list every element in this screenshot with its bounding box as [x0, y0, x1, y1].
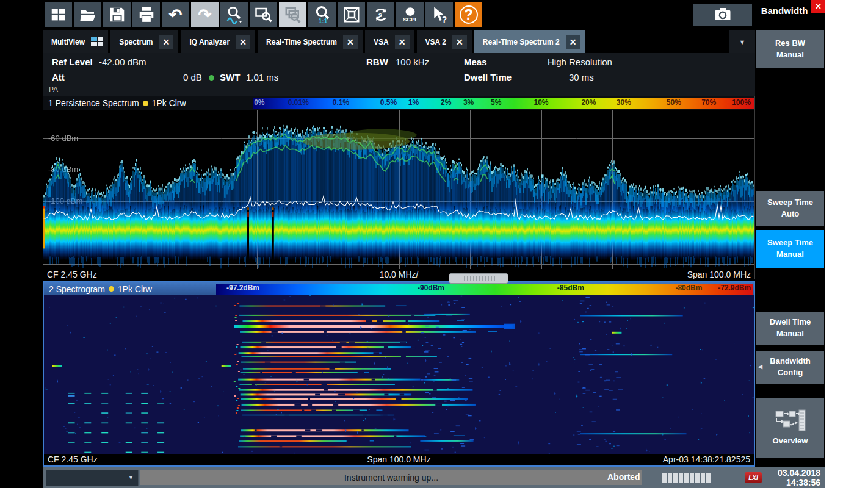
zoom-area-button[interactable] [250, 2, 277, 27]
continuous-sweep-button[interactable]: s [367, 2, 394, 27]
tab-vsa-2[interactable]: VSA 2✕ [417, 30, 472, 53]
spectrogram-window: 2 Spectrogram 1Pk Clrw -97.2dBm-90dBm-85… [43, 281, 755, 467]
progress-segment [695, 473, 700, 483]
softkey-label: Dwell Time Manual [770, 317, 811, 340]
spectrogram-span[interactable]: Span 100.0 MHz [367, 454, 430, 464]
progress-segment [668, 473, 672, 483]
scale-label: 10% [533, 98, 548, 107]
meas-value[interactable]: High Resolution [548, 57, 612, 67]
scale-label: -80dBm [675, 284, 702, 292]
persistence-cf[interactable]: CF 2.45 GHz [43, 270, 97, 279]
scale-label: -97.2dBm [226, 284, 259, 292]
open-file-icon [79, 5, 97, 24]
softkey-overview[interactable]: Overview [756, 398, 824, 458]
zoom-graph-icon [225, 5, 244, 24]
scale-label: 20% [581, 98, 596, 107]
spectrogram-cf[interactable]: CF 2.45 GHz [44, 454, 98, 464]
softkey-bandwidth-config[interactable]: ◀Bandwidth Config [756, 351, 824, 384]
softkey-label: Bandwidth Config [770, 356, 810, 379]
zoom-graph-button[interactable] [220, 2, 248, 27]
tab-close-button[interactable]: ✕ [159, 35, 173, 49]
analyzer-screen: ↶↷1:1sSCPI?? MultiViewSpectrum✕IQ Analyz… [0, 0, 868, 488]
progress-segment [684, 473, 689, 483]
spectrogram-color-scale: -97.2dBm-90dBm-85dBm-80dBm-72.9dBm [216, 284, 753, 295]
tab-close-button[interactable]: ✕ [236, 35, 250, 49]
persistence-color-scale: 0%0.01%0.1%0.5%1%2%3%5%10%20%30%50%70%10… [253, 98, 754, 109]
att-value[interactable]: 0 dB [183, 72, 202, 82]
close-menu-button[interactable]: ✕ [811, 0, 825, 13]
windows-button[interactable] [45, 2, 72, 27]
tab-close-button[interactable]: ✕ [566, 35, 580, 49]
spectrogram-window-footer: CF 2.45 GHz Span 100.0 MHz Apr-03 14:38:… [44, 454, 754, 465]
tab-real-time-spectrum[interactable]: Real-Time Spectrum✕ [258, 30, 363, 53]
screenshot-button[interactable] [693, 4, 752, 26]
help-button[interactable]: ? [455, 2, 482, 27]
scale-label: -85dBm [557, 284, 584, 292]
display-frame-button[interactable] [338, 2, 365, 27]
open-file-button[interactable] [74, 2, 101, 27]
scale-label: -72.9dBm [718, 284, 751, 292]
persistence-window-header[interactable]: 1 Persistence Spectrum 1Pk Clrw 0%0.01%0… [43, 96, 754, 110]
tab-close-button[interactable]: ✕ [395, 35, 410, 49]
pointer-help-button[interactable]: ? [425, 2, 453, 27]
tab-close-button[interactable]: ✕ [343, 35, 358, 49]
toolbar: ↶↷1:1sSCPI?? [45, 2, 482, 29]
rbw-value[interactable]: 100 kHz [396, 57, 429, 67]
zoom-one-to-one-button[interactable]: 1:1 [308, 2, 336, 27]
progress-bar [662, 473, 711, 483]
dwell-time-label: Dwell Time [464, 72, 512, 82]
svg-text:?: ? [441, 15, 446, 24]
tab-close-button[interactable]: ✕ [452, 35, 467, 49]
softkey-label: Sweep Time Auto [767, 197, 813, 220]
print-button[interactable] [132, 2, 160, 27]
softkey-res-bw-manual[interactable]: Res BW Manual [756, 30, 824, 68]
sweep-state-label: Aborted [607, 472, 640, 482]
softkey-label: Overview [773, 436, 808, 447]
softkey-dwell-time-manual[interactable]: Dwell Time Manual [756, 312, 824, 345]
tab-label: Real-Time Spectrum 2 [483, 38, 560, 46]
softkey-label: Sweep Time Manual [767, 237, 813, 260]
svg-text:1:1: 1:1 [318, 18, 327, 24]
scale-label: -90dBm [418, 284, 444, 292]
scpi-button[interactable]: SCPI [396, 2, 424, 27]
softkey-sweep-time-manual[interactable]: Sweep Time Manual [756, 230, 824, 268]
tab-label: VSA [374, 38, 389, 46]
tab-list-dropdown[interactable]: ▼ [729, 30, 755, 53]
date-value: 03.04.2018 [778, 468, 820, 478]
zoom-one-to-one-icon: 1:1 [313, 5, 331, 24]
swt-status-dot [209, 75, 214, 81]
tab-vsa[interactable]: VSA✕ [365, 30, 414, 53]
spectrogram-window-header[interactable]: 2 Spectrogram 1Pk Clrw -97.2dBm-90dBm-85… [44, 282, 754, 295]
windows-icon [49, 5, 68, 24]
persistence-spectrum-plot[interactable] [43, 110, 754, 269]
tab-spectrum[interactable]: Spectrum✕ [110, 30, 178, 53]
tab-iq-analyzer[interactable]: IQ Analyzer✕ [181, 30, 255, 53]
window-splitter-handle[interactable] [449, 273, 508, 284]
tab-real-time-spectrum-2[interactable]: Real-Time Spectrum 2✕ [474, 30, 585, 53]
swt-value[interactable]: 1.01 ms [246, 72, 278, 82]
progress-segment [701, 473, 705, 483]
undo-button[interactable]: ↶ [162, 2, 189, 27]
ref-level-value[interactable]: -42.00 dBm [99, 57, 146, 67]
scale-label: 100% [732, 98, 751, 107]
tab-multiview[interactable]: MultiView [43, 30, 108, 53]
zoom-multi-button[interactable] [279, 2, 306, 27]
softkey-sweep-time-auto[interactable]: Sweep Time Auto [756, 191, 824, 226]
scale-label: 70% [701, 98, 716, 107]
dwell-time-value[interactable]: 30 ms [569, 72, 594, 82]
redo-button[interactable]: ↷ [191, 2, 219, 27]
scale-label: 1% [408, 98, 419, 107]
pa-indicator: PA [49, 85, 58, 94]
att-label: Att [52, 72, 65, 82]
persistence-span[interactable]: Span 100.0 MHz [687, 270, 754, 279]
rbw-label: RBW [366, 57, 388, 67]
save-button[interactable] [103, 2, 131, 27]
tab-label: Real-Time Spectrum [266, 38, 337, 46]
spectrogram-plot[interactable] [44, 295, 754, 454]
progress-segment [679, 473, 683, 483]
softkey-label: Res BW Manual [775, 38, 805, 61]
channel-tab-bar: MultiViewSpectrum✕IQ Analyzer✕Real-Time … [43, 30, 755, 53]
status-selector-dropdown[interactable]: ▼ [46, 470, 139, 486]
status-message-dropdown[interactable]: Instrument warming up... ▼ [140, 470, 642, 485]
camera-icon [714, 5, 732, 26]
